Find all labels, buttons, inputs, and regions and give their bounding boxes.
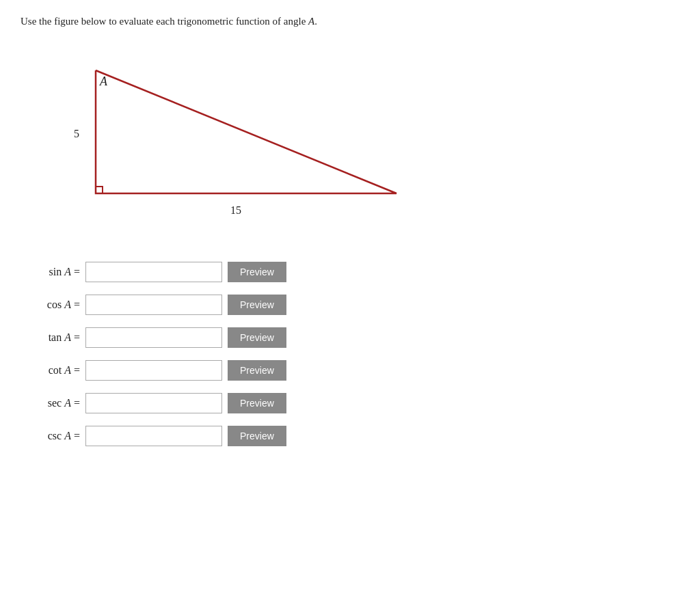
csc-label: csc A =	[24, 430, 85, 442]
sin-row: sin A = Preview	[24, 262, 679, 282]
tan-row: tan A = Preview	[24, 327, 679, 348]
cos-row: cos A = Preview	[24, 295, 679, 315]
right-angle-marker	[96, 187, 103, 193]
tan-label: tan A =	[24, 331, 85, 344]
csc-input[interactable]	[85, 426, 222, 446]
cot-input[interactable]	[85, 360, 222, 381]
figure-container: A 5 15	[34, 43, 444, 234]
sec-row: sec A = Preview	[24, 393, 679, 413]
cos-preview-button[interactable]: Preview	[228, 295, 286, 315]
cot-preview-button[interactable]: Preview	[228, 360, 286, 381]
horizontal-side-label: 15	[230, 204, 241, 216]
trig-section: sin A = Preview cos A = Preview tan A = …	[21, 262, 679, 446]
triangle-svg: A 5 15	[34, 43, 444, 234]
vertical-side-label: 5	[74, 128, 79, 139]
tan-input[interactable]	[85, 327, 222, 348]
sec-preview-button[interactable]: Preview	[228, 393, 286, 413]
sin-input[interactable]	[85, 262, 222, 282]
cos-label: cos A =	[24, 299, 85, 311]
cot-label: cot A =	[24, 364, 85, 377]
instruction-text: Use the figure below to evaluate each tr…	[21, 14, 679, 29]
tan-preview-button[interactable]: Preview	[228, 327, 286, 348]
sec-input[interactable]	[85, 393, 222, 413]
triangle-outline	[96, 70, 396, 193]
cos-input[interactable]	[85, 295, 222, 315]
sec-label: sec A =	[24, 397, 85, 409]
csc-row: csc A = Preview	[24, 426, 679, 446]
csc-preview-button[interactable]: Preview	[228, 426, 286, 446]
sin-label: sin A =	[24, 266, 85, 278]
vertex-a-label: A	[99, 74, 108, 88]
angle-label: A	[308, 16, 314, 27]
cot-row: cot A = Preview	[24, 360, 679, 381]
sin-preview-button[interactable]: Preview	[228, 262, 286, 282]
